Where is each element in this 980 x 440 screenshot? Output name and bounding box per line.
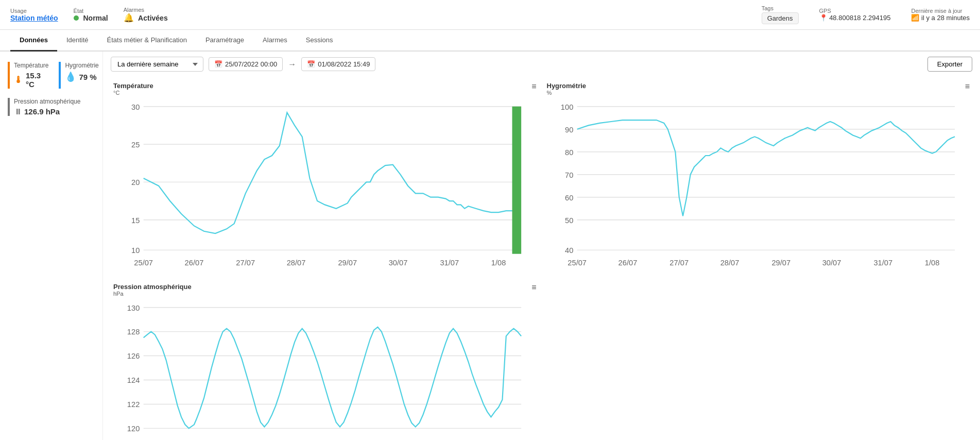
svg-text:124: 124 [127, 377, 140, 385]
pressure-chart-area: 130 128 126 124 122 120 118 25/07 26/07 … [113, 300, 537, 440]
hygrometry-value: 💧 79 % [65, 71, 98, 82]
pressure-value: ⏸ 126.9 hPa [14, 107, 95, 116]
pressure-chart-title: Pression atmosphérique [113, 283, 192, 291]
svg-text:100: 100 [560, 103, 573, 111]
pressure-reading: 126.9 hPa [24, 107, 60, 116]
pressure-chart-header: Pression atmosphérique hPa ≡ [113, 283, 537, 299]
svg-text:80: 80 [565, 148, 573, 157]
left-panel: Température 🌡 15.3 °C Hygrométrie 💧 79 %… [0, 52, 103, 440]
tab-sessions[interactable]: Sessions [297, 30, 342, 52]
state-label: État [74, 8, 108, 14]
svg-text:122: 122 [127, 401, 140, 409]
temperature-chart-title: Température [113, 82, 153, 90]
tab-parametrage[interactable]: Paramétrage [196, 30, 253, 52]
svg-text:26/07: 26/07 [618, 259, 637, 267]
temperature-chart-header: Température °C ≡ [113, 82, 537, 98]
svg-text:30: 30 [131, 103, 140, 111]
usage-value: Station météo [10, 14, 58, 22]
svg-text:128: 128 [127, 328, 140, 336]
svg-text:130: 130 [127, 304, 140, 312]
gps-value: 📍 48.800818 2.294195 [819, 14, 891, 22]
state-value: Normal [74, 14, 108, 22]
date-to-value: 01/08/2022 15:49 [318, 60, 370, 68]
calendar-icon-to: 📅 [307, 60, 315, 68]
tab-identite[interactable]: Identité [57, 30, 98, 52]
tags-label: Tags [762, 5, 799, 11]
last-update-label: Dernière mise à jour [911, 8, 970, 14]
pressure-label: Pression atmosphérique [14, 98, 95, 105]
temperature-chart-unit: °C [113, 90, 153, 96]
gps-label: GPS [819, 8, 891, 14]
svg-text:1/08: 1/08 [924, 259, 939, 267]
green-bar [512, 107, 522, 254]
tab-donnees[interactable]: Données [10, 30, 57, 52]
svg-text:27/07: 27/07 [236, 259, 255, 267]
hygrometry-label: Hygrométrie [65, 62, 98, 69]
date-to-input[interactable]: 📅 01/08/2022 15:49 [301, 57, 375, 71]
hygrometry-reading: 79 % [79, 73, 96, 81]
hygrometry-chart-menu-icon[interactable]: ≡ [965, 82, 970, 91]
svg-text:15: 15 [131, 216, 140, 225]
svg-text:90: 90 [565, 126, 573, 134]
hygrometry-chart-area: 100 90 80 70 60 50 40 25/07 26/07 27/07 … [547, 99, 970, 273]
temperature-chart-menu-icon[interactable]: ≡ [531, 82, 536, 91]
svg-text:31/07: 31/07 [440, 259, 459, 267]
hygrometry-svg: 100 90 80 70 60 50 40 25/07 26/07 27/07 … [547, 99, 970, 273]
date-from-input[interactable]: 📅 25/07/2022 00:00 [209, 57, 283, 71]
export-button[interactable]: Exporter [927, 57, 972, 72]
temperature-value: 🌡 15.3 °C [14, 71, 48, 89]
state-section: État Normal [74, 8, 108, 22]
temperature-reading: 15.3 °C [26, 71, 48, 89]
hygrometry-chart-title: Hygrométrie [547, 82, 587, 90]
location-icon: 📍 [819, 14, 828, 22]
charts-grid: Température °C ≡ 30 25 [111, 79, 972, 440]
tags-value[interactable]: Gardens [762, 12, 799, 24]
svg-text:30/07: 30/07 [822, 259, 841, 267]
svg-text:50: 50 [565, 216, 573, 225]
tags-section: Tags Gardens [762, 5, 799, 24]
svg-text:1/08: 1/08 [491, 259, 506, 267]
temperature-metric: Température 🌡 15.3 °C [8, 62, 48, 89]
hygrometry-chart: Hygrométrie % ≡ [544, 79, 973, 275]
alarms-value: 🔔 Activées [124, 13, 168, 23]
gps-section: GPS 📍 48.800818 2.294195 [819, 8, 891, 22]
tab-etats-metier[interactable]: États métier & Planification [98, 30, 196, 52]
droplet-icon: 💧 [65, 71, 76, 82]
main-content: Température 🌡 15.3 °C Hygrométrie 💧 79 %… [0, 52, 980, 440]
temperature-svg: 30 25 20 15 10 25/07 26/07 27/07 28/07 2… [113, 99, 537, 273]
svg-text:70: 70 [565, 171, 573, 179]
period-select[interactable]: La dernière semaine [111, 57, 203, 72]
tab-alarmes[interactable]: Alarmes [253, 30, 297, 52]
svg-text:126: 126 [127, 352, 140, 361]
pressure-chart-menu-icon[interactable]: ≡ [531, 283, 536, 292]
alarms-label: Alarmes [124, 7, 168, 13]
date-from-value: 25/07/2022 00:00 [225, 60, 277, 68]
last-update-section: Dernière mise à jour 📶 il y a 28 minutes [911, 8, 970, 22]
svg-text:30/07: 30/07 [389, 259, 408, 267]
header-right: Tags Gardens GPS 📍 48.800818 2.294195 De… [762, 5, 970, 24]
station-link[interactable]: Station météo [10, 14, 58, 22]
calendar-icon-from: 📅 [214, 60, 222, 68]
thermometer-icon: 🌡 [14, 75, 23, 86]
alarms-text: Activées [138, 14, 168, 22]
hygrometry-metric: Hygrométrie 💧 79 % [59, 62, 98, 89]
svg-text:29/07: 29/07 [771, 259, 790, 267]
last-update-value: 📶 il y a 28 minutes [911, 14, 970, 22]
arrow-icon: → [288, 60, 296, 69]
usage-section: Usage Station météo [10, 8, 58, 22]
svg-text:28/07: 28/07 [287, 259, 306, 267]
svg-text:27/07: 27/07 [669, 259, 689, 267]
last-update-text: il y a 28 minutes [921, 14, 970, 22]
usage-label: Usage [10, 8, 58, 14]
svg-text:60: 60 [565, 194, 573, 202]
temperature-label: Température [14, 62, 48, 69]
svg-text:25/07: 25/07 [568, 259, 587, 267]
status-dot-green [74, 15, 79, 21]
bell-icon: 🔔 [124, 13, 134, 22]
svg-text:25/07: 25/07 [134, 259, 153, 267]
svg-text:10: 10 [131, 246, 140, 255]
svg-text:40: 40 [565, 246, 573, 255]
tabs-bar: Données Identité États métier & Planific… [0, 30, 980, 52]
hygrometry-chart-unit: % [547, 90, 587, 96]
temperature-chart: Température °C ≡ 30 25 [111, 79, 539, 275]
